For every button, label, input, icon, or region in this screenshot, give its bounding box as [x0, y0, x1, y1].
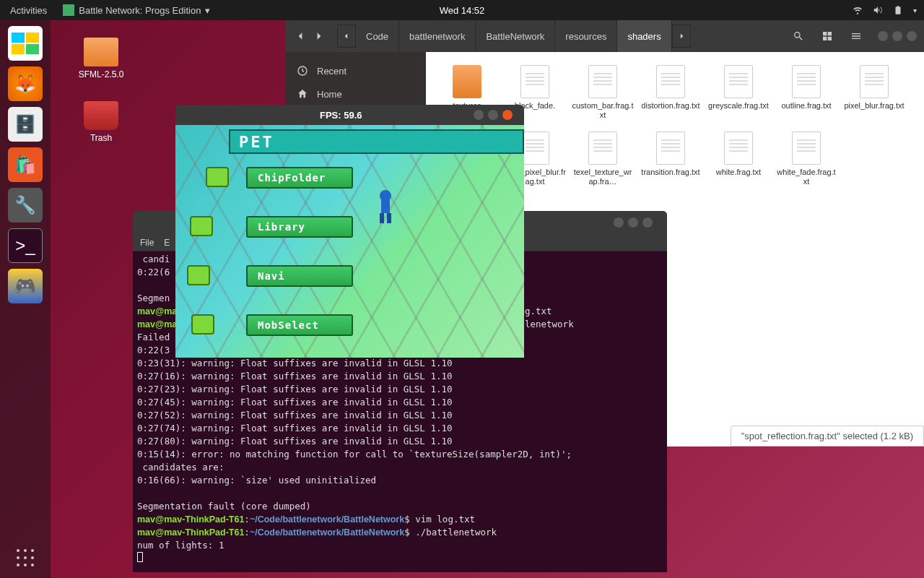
game-menu-icon — [191, 314, 214, 335]
game-menu-chipfolder[interactable]: ChipFolder — [246, 167, 353, 189]
window-controls — [606, 217, 660, 228]
file-label: distortion.frag.txt — [641, 101, 699, 111]
app-menu[interactable]: Battle Network: Progs Edition ▾ — [57, 4, 216, 16]
file-label: white.frag.txt — [716, 168, 761, 177]
game-menu-library[interactable]: Library — [246, 216, 353, 238]
breadcrumb-next-button[interactable] — [672, 25, 691, 48]
activities-button[interactable]: Activities — [0, 5, 57, 16]
game-menu-icon — [206, 167, 229, 187]
maximize-button[interactable] — [892, 31, 902, 41]
svg-rect-4 — [387, 213, 391, 223]
desktop-icon-label: Trash — [69, 133, 134, 143]
maximize-button[interactable] — [628, 217, 638, 228]
window-controls — [871, 31, 924, 41]
file-label: white_fade.frag.txt — [775, 168, 837, 186]
close-button[interactable] — [502, 110, 513, 120]
file-item[interactable]: white_fade.frag.txt — [772, 129, 840, 195]
file-item[interactable]: transition.frag.txt — [637, 129, 705, 195]
text-file-icon — [724, 65, 753, 98]
close-button[interactable] — [907, 31, 917, 41]
game-screen-title: PET — [229, 129, 524, 154]
launcher-item-game[interactable]: 🎮 — [8, 269, 43, 303]
launcher-item-settings[interactable]: 🔧 — [8, 188, 43, 223]
text-file-icon — [656, 131, 685, 165]
launcher-item-terminal[interactable]: >_ — [8, 228, 43, 263]
sidebar-item-home[interactable]: Home — [285, 82, 426, 105]
sidebar-item-label: Home — [317, 89, 342, 100]
volume-icon — [873, 5, 883, 15]
launcher-item-windows[interactable] — [8, 26, 43, 61]
top-panel: Activities Battle Network: Progs Edition… — [0, 0, 924, 20]
text-file-icon — [792, 131, 821, 165]
file-label: outline.frag.txt — [781, 101, 831, 111]
breadcrumb-segment[interactable]: shaders — [617, 20, 671, 52]
desktop-icon-trash[interactable]: Trash — [69, 101, 134, 143]
trash-icon — [84, 101, 118, 130]
file-label: transition.frag.txt — [641, 168, 699, 177]
breadcrumb-segment[interactable]: BattleNetwork — [476, 20, 555, 52]
game-menu-navi[interactable]: Navi — [246, 265, 353, 287]
svg-point-1 — [380, 190, 391, 202]
maximize-button[interactable] — [488, 110, 498, 120]
breadcrumb-segment[interactable]: resources — [555, 20, 617, 52]
text-file-icon — [520, 65, 549, 98]
dropdown-caret-icon: ▾ — [205, 5, 210, 16]
minimize-button[interactable] — [474, 110, 484, 120]
show-applications-button[interactable] — [17, 549, 34, 566]
launcher-dock: 🦊 🗄️ 🛍️ 🔧 >_ 🎮 — [0, 20, 51, 578]
file-item[interactable]: pixel_blur.frag.txt — [840, 62, 908, 129]
game-menu-mobselect[interactable]: MobSelect — [246, 314, 353, 336]
file-item[interactable]: greyscale.frag.txt — [705, 62, 772, 129]
launcher-item-firefox[interactable]: 🦊 — [8, 66, 43, 101]
svg-rect-2 — [381, 200, 390, 213]
minimize-button[interactable] — [614, 217, 624, 228]
text-file-icon — [724, 131, 753, 165]
text-file-icon — [860, 65, 889, 98]
wifi-icon — [853, 5, 863, 15]
nav-back-button[interactable] — [291, 25, 310, 48]
game-viewport[interactable]: PET ChipFolder Library Navi MobSelect — [175, 125, 524, 358]
desktop-icon-label: SFML-2.5.0 — [69, 69, 134, 79]
nav-forward-button[interactable] — [310, 25, 328, 48]
menu-file[interactable]: File — [140, 238, 154, 248]
app-icon — [63, 4, 74, 16]
breadcrumb-segment[interactable]: battlenetwork — [399, 20, 476, 52]
search-button[interactable] — [784, 25, 813, 48]
game-titlebar[interactable]: FPS: 59.6 — [175, 105, 524, 125]
svg-rect-3 — [380, 213, 384, 223]
file-item[interactable]: distortion.frag.txt — [637, 62, 705, 129]
game-character-sprite — [373, 189, 398, 226]
folder-icon — [453, 65, 481, 98]
system-tray[interactable]: ▾ — [853, 5, 917, 15]
view-toggle-button[interactable] — [813, 25, 842, 48]
game-menu-icon — [187, 265, 210, 285]
close-button[interactable] — [642, 217, 653, 228]
status-bar: "spot_reflection.frag.txt" selected (1.2… — [731, 426, 924, 447]
launcher-item-software[interactable]: 🛍️ — [8, 147, 43, 182]
file-item[interactable]: white.frag.txt — [705, 129, 772, 195]
game-menu-icon — [190, 216, 213, 236]
text-file-icon — [792, 65, 821, 98]
window-controls — [466, 110, 520, 120]
file-item[interactable]: custom_bar.frag.txt — [569, 62, 637, 129]
menu-edit[interactable]: E — [164, 238, 170, 248]
sidebar-item-recent[interactable]: Recent — [285, 59, 426, 82]
hamburger-menu-button[interactable] — [842, 25, 871, 48]
minimize-button[interactable] — [878, 31, 888, 41]
file-label: texel_texture_wrap.fra… — [572, 168, 634, 186]
battery-icon — [893, 5, 903, 15]
breadcrumb-prev-button[interactable] — [337, 25, 356, 48]
launcher-item-files[interactable]: 🗄️ — [8, 107, 43, 142]
file-item[interactable]: texel_texture_wrap.fra… — [569, 129, 637, 195]
text-file-icon — [520, 131, 549, 165]
clock[interactable]: Wed 14:52 — [440, 5, 485, 16]
home-icon — [297, 88, 308, 100]
text-file-icon — [588, 131, 617, 165]
app-menu-title: Battle Network: Progs Edition — [79, 5, 201, 16]
file-item[interactable]: outline.frag.txt — [772, 62, 840, 129]
text-file-icon — [656, 65, 685, 98]
folder-icon — [84, 38, 118, 66]
file-label: greyscale.frag.txt — [708, 101, 769, 111]
breadcrumb-segment[interactable]: Code — [356, 20, 399, 52]
desktop-icon-sfml[interactable]: SFML-2.5.0 — [69, 38, 134, 79]
